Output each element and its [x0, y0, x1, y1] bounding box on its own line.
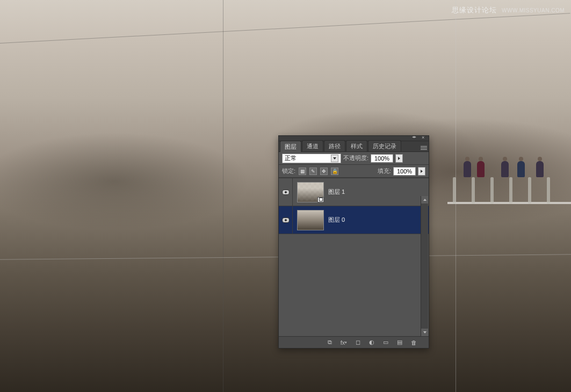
watermark-url: WWW.MISSYUAN.COM [502, 8, 565, 13]
layer-thumbnail[interactable] [297, 210, 324, 230]
scrollbar[interactable] [421, 196, 428, 336]
link-layers-icon[interactable]: ⧉ [326, 339, 334, 346]
image-seam [223, 0, 223, 392]
blend-mode-value: 正常 [285, 154, 297, 162]
tab-styles[interactable]: 样式 [346, 140, 367, 151]
delete-layer-icon[interactable]: 🗑 [409, 339, 418, 346]
lock-label: 锁定: [282, 167, 295, 175]
new-layer-icon[interactable]: ▤ [395, 339, 404, 346]
adjustment-layer-icon[interactable]: ◐ [367, 339, 376, 346]
layers-panel: 图层 通道 路径 样式 历史记录 正常 不透明度: 100% 锁定: ▦ ✎ ✥… [278, 135, 429, 349]
panel-tabs: 图层 通道 路径 样式 历史记录 [279, 141, 429, 152]
balcony-scene [447, 145, 571, 215]
tab-history[interactable]: 历史记录 [368, 140, 401, 151]
collapse-icon[interactable] [413, 137, 418, 140]
opacity-flyout-icon[interactable] [395, 154, 403, 163]
layer-name[interactable]: 图层 0 [328, 216, 345, 224]
opacity-input[interactable]: 100% [371, 154, 393, 163]
lock-transparency-icon[interactable]: ▦ [299, 168, 306, 175]
tab-channels[interactable]: 通道 [302, 140, 323, 151]
panel-footer: ⧉ fx▾ ◻ ◐ ▭ ▤ 🗑 [279, 336, 429, 348]
blend-row: 正常 不透明度: 100% [279, 152, 429, 165]
layer-style-icon[interactable]: fx▾ [339, 339, 348, 346]
scroll-up-icon[interactable] [421, 196, 428, 204]
visibility-eye-icon[interactable] [282, 190, 290, 195]
opacity-label: 不透明度: [343, 154, 368, 162]
scroll-down-icon[interactable] [421, 329, 428, 336]
fill-input[interactable]: 100% [393, 167, 416, 176]
panel-menu-icon[interactable] [419, 144, 429, 151]
layer-name[interactable]: 图层 1 [328, 188, 345, 196]
watermark: 思缘设计论坛 WWW.MISSYUAN.COM [452, 5, 565, 15]
layer-row[interactable]: 图层 1 [279, 178, 429, 206]
close-icon[interactable] [421, 137, 427, 140]
layer-row[interactable]: 图层 0 [279, 206, 429, 234]
tab-layers[interactable]: 图层 [280, 141, 301, 152]
layer-thumbnail[interactable] [297, 182, 324, 202]
smart-object-icon [317, 197, 324, 202]
tab-paths[interactable]: 路径 [324, 140, 345, 151]
visibility-eye-icon[interactable] [282, 217, 290, 223]
layer-mask-icon[interactable]: ◻ [353, 339, 362, 346]
chevron-down-icon [331, 155, 338, 162]
lock-row: 锁定: ▦ ✎ ✥ 🔒 填充: 100% [279, 165, 429, 178]
fill-label: 填充: [378, 167, 391, 175]
watermark-text: 思缘设计论坛 [452, 6, 497, 14]
lock-all-icon[interactable]: 🔒 [331, 168, 338, 175]
lock-position-icon[interactable]: ✥ [320, 168, 328, 175]
fill-flyout-icon[interactable] [418, 167, 425, 176]
blend-mode-select[interactable]: 正常 [282, 154, 341, 163]
lock-pixels-icon[interactable]: ✎ [309, 168, 317, 175]
new-group-icon[interactable]: ▭ [381, 339, 390, 346]
layers-list: 图层 1 图层 0 [279, 178, 429, 327]
